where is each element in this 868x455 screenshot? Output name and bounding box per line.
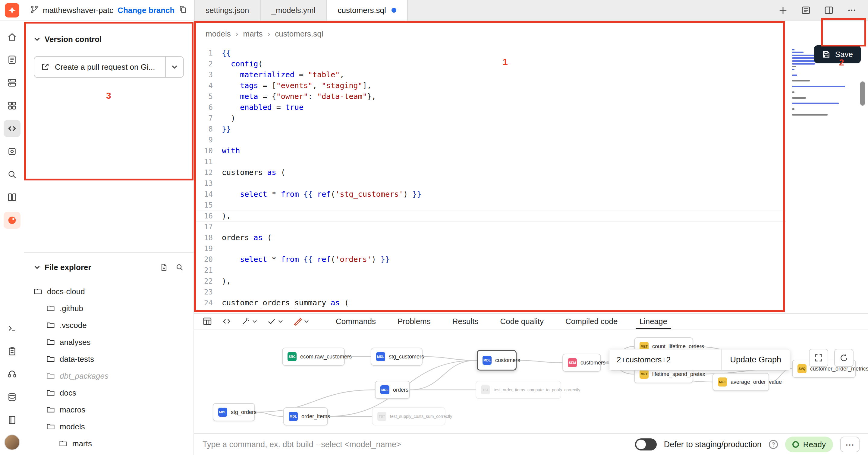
file-tree-item[interactable]: analyses [24, 334, 193, 350]
editor-tab[interactable]: _models.yml [261, 0, 327, 21]
lineage-node-raw_customers[interactable]: SRCecom.raw_customers [282, 348, 345, 366]
sidebar-support-icon[interactable] [4, 366, 21, 382]
file-tree-item[interactable]: data-tests [24, 350, 193, 368]
new-tab-icon[interactable] [776, 4, 789, 17]
sidebar-explore-icon[interactable] [4, 166, 21, 183]
code-line[interactable]: 1{{ [194, 48, 786, 59]
copy-branch-icon[interactable] [179, 5, 187, 16]
lineage-node-customers[interactable]: MDLcustomers [477, 350, 517, 371]
create-pr-dropdown-button[interactable] [165, 57, 183, 77]
breadcrumb-item[interactable]: models [206, 29, 231, 39]
editor-tab[interactable]: settings.json [195, 0, 261, 21]
breadcrumb-item[interactable]: marts [243, 29, 263, 39]
sidebar-home-icon[interactable] [4, 28, 21, 45]
bottom-tab-commands[interactable]: Commands [336, 314, 376, 329]
build-menu[interactable] [241, 317, 257, 326]
sidebar-dbt-assist-icon[interactable] [4, 212, 21, 229]
file-tree-item[interactable]: marts [24, 435, 193, 452]
code-line[interactable]: 12customers as ( [194, 167, 786, 178]
file-tree-item[interactable]: .github [24, 300, 193, 317]
lineage-node-test_order_items[interactable]: TSTtest_order_items_compute_to_pools_cor… [475, 381, 561, 399]
bottom-tab-code-quality[interactable]: Code quality [500, 314, 544, 329]
search-icon[interactable] [176, 263, 184, 272]
code-line[interactable]: 3 materialized = "table", [194, 69, 786, 80]
code-line[interactable]: 17 [194, 222, 786, 232]
dbt-logo[interactable] [0, 0, 24, 21]
code-line[interactable]: 6 enabled = true [194, 102, 786, 113]
code-area[interactable]: 1{{2 config(3 materialized = "table",4 t… [194, 48, 786, 308]
code-line[interactable]: 24customer_orders_summary as ( [194, 297, 786, 308]
sidebar-environments-icon[interactable] [4, 74, 21, 91]
file-tree-item[interactable]: docs [24, 385, 193, 401]
bottom-tab-problems[interactable]: Problems [398, 314, 431, 329]
file-tree-item[interactable]: dbt_packages [24, 368, 193, 385]
file-tree-item[interactable]: macros [24, 401, 193, 418]
new-file-icon[interactable] [160, 263, 168, 272]
code-line[interactable]: 15 [194, 200, 786, 210]
defer-toggle[interactable] [635, 438, 657, 451]
editor-scrollbar[interactable] [860, 82, 865, 106]
create-pr-button[interactable]: Create a pull request on Gi... [34, 57, 165, 77]
sidebar-logs-icon[interactable] [4, 343, 21, 360]
lineage-canvas[interactable]: SRCecom.raw_customersMDLstg_customersMDL… [194, 330, 868, 433]
sidebar-apps-icon[interactable] [4, 97, 21, 114]
sidebar-ide-editor-icon[interactable] [4, 120, 21, 137]
sidebar-compare-icon[interactable] [4, 189, 21, 206]
version-control-header[interactable]: Version control [24, 32, 193, 47]
editor-tab[interactable]: customers.sql [327, 0, 407, 21]
code-line[interactable]: 7 ) [194, 113, 786, 124]
refresh-icon[interactable] [834, 349, 854, 367]
file-explorer-header[interactable]: File explorer [24, 260, 193, 275]
file-tree-item[interactable]: models [24, 418, 193, 435]
code-view-icon[interactable] [222, 316, 231, 326]
lineage-node-stg_customers[interactable]: MDLstg_customers [371, 348, 423, 366]
sidebar-jobs-icon[interactable] [4, 143, 21, 160]
lineage-node-test_supply_costs[interactable]: TSTtest_supply_costs_sum_correctly [372, 407, 445, 425]
fullscreen-icon[interactable] [809, 349, 828, 367]
sidebar-docs-icon[interactable] [4, 51, 21, 68]
change-branch-link[interactable]: Change branch [118, 6, 175, 15]
code-line[interactable]: 19 [194, 243, 786, 254]
code-line[interactable]: 20 select * from {{ ref('orders') }} [194, 254, 786, 265]
lineage-selector-input[interactable] [610, 349, 721, 370]
code-line[interactable]: 10with [194, 145, 786, 156]
code-line[interactable]: 8}} [194, 124, 786, 135]
lineage-node-order_items[interactable]: MDLorder_items [283, 407, 328, 425]
code-line[interactable]: 2 config( [194, 59, 786, 69]
help-icon[interactable]: ? [769, 440, 778, 449]
update-graph-button[interactable]: Update Graph [721, 349, 789, 370]
code-line[interactable]: 11 [194, 156, 786, 167]
code-line[interactable]: 22), [194, 276, 786, 287]
bottom-tab-lineage[interactable]: Lineage [639, 314, 667, 329]
code-line[interactable]: 4 tags = ["events", "staging"], [194, 80, 786, 91]
code-line[interactable]: 23 [194, 287, 786, 297]
command-overflow-button[interactable]: ⋯ [840, 436, 860, 452]
code-line[interactable]: 5 meta = {"owner": "data-team"}, [194, 91, 786, 102]
sidebar-notebook-icon[interactable] [4, 411, 21, 428]
sidebar-terminal-icon[interactable] [4, 320, 21, 337]
code-line[interactable]: 18orders as ( [194, 232, 786, 243]
lineage-node-customers_sem[interactable]: SEMcustomers [562, 353, 601, 372]
code-line[interactable]: 14 select * from {{ ref('stg_customers')… [194, 189, 786, 200]
user-avatar[interactable] [4, 434, 20, 450]
code-line[interactable]: 13 [194, 178, 786, 189]
split-editor-icon[interactable] [822, 4, 835, 17]
sidebar-database-icon[interactable] [4, 389, 21, 405]
code-line[interactable]: 21 [194, 265, 786, 276]
overflow-menu-icon[interactable] [845, 4, 858, 17]
code-line[interactable]: 16), [194, 210, 786, 222]
changelog-panel-icon[interactable] [799, 4, 812, 17]
lineage-node-stg_orders[interactable]: MDLstg_orders [213, 403, 255, 421]
file-tree-item[interactable]: docs-cloud [24, 283, 193, 300]
preview-table-icon[interactable] [203, 316, 212, 326]
file-tree-item[interactable]: .vscode [24, 317, 193, 334]
bottom-tab-compiled-code[interactable]: Compiled code [565, 314, 618, 329]
bottom-tab-results[interactable]: Results [453, 314, 478, 329]
code-line[interactable]: 9 [194, 135, 786, 145]
breadcrumb-item[interactable]: customers.sql [275, 29, 323, 39]
lineage-node-average_order_value[interactable]: METaverage_order_value [712, 373, 769, 391]
test-menu[interactable] [267, 317, 283, 326]
save-button[interactable]: Save [814, 45, 861, 63]
command-input[interactable] [203, 440, 628, 449]
format-menu[interactable] [293, 317, 309, 326]
